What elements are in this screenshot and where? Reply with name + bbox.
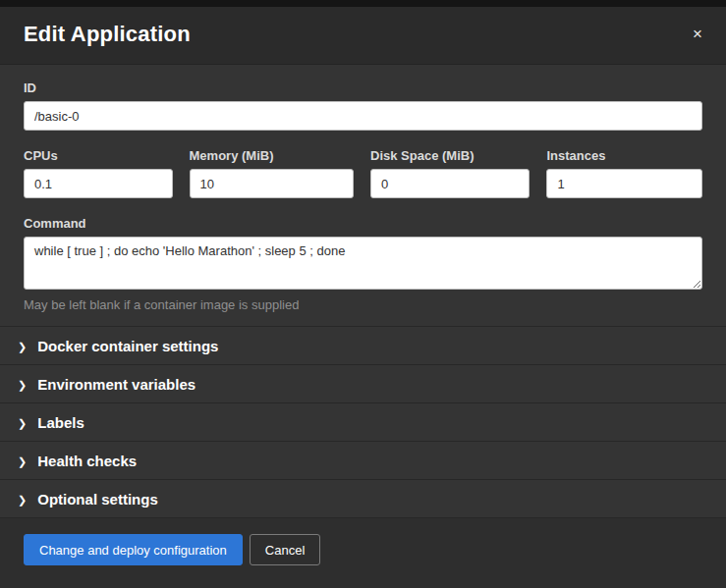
section-environment-variables[interactable]: ❯ Environment variables <box>0 365 726 403</box>
chevron-right-icon: ❯ <box>18 380 27 391</box>
command-field-label: Command <box>24 216 702 231</box>
instances-field-label: Instances <box>546 148 702 163</box>
disk-input[interactable] <box>370 169 530 198</box>
collapsible-sections: ❯ Docker container settings ❯ Environmen… <box>0 326 726 518</box>
chevron-right-icon: ❯ <box>18 342 27 352</box>
modal-title: Edit Application <box>24 22 191 47</box>
section-label: Health checks <box>37 453 137 469</box>
section-label: Docker container settings <box>37 338 218 354</box>
id-field-group: ID <box>24 80 702 131</box>
section-health-checks[interactable]: ❯ Health checks <box>0 442 726 480</box>
memory-field-group: Memory (MiB) <box>190 148 354 198</box>
cpus-field-group: CPUs <box>24 148 173 198</box>
command-field-group: Command while [ true ] ; do echo 'Hello … <box>24 216 702 312</box>
chevron-right-icon: ❯ <box>18 495 27 506</box>
section-label: Optional settings <box>37 491 158 508</box>
memory-field-label: Memory (MiB) <box>190 148 354 163</box>
cancel-button[interactable]: Cancel <box>250 534 320 565</box>
chevron-right-icon: ❯ <box>18 456 27 467</box>
modal-body: ID CPUs Memory (MiB) Disk Space (MiB) In… <box>0 65 726 326</box>
instances-field-group: Instances <box>546 148 702 198</box>
section-label: Environment variables <box>37 376 195 393</box>
section-label: Labels <box>37 414 84 431</box>
edit-application-modal: Edit Application × ID CPUs Memory (MiB) … <box>0 0 726 588</box>
command-textarea[interactable]: while [ true ] ; do echo 'Hello Marathon… <box>24 237 702 290</box>
section-docker-container-settings[interactable]: ❯ Docker container settings <box>0 327 726 365</box>
cpus-field-label: CPUs <box>24 148 173 163</box>
chevron-right-icon: ❯ <box>18 418 27 429</box>
close-icon[interactable]: × <box>691 22 704 46</box>
section-labels[interactable]: ❯ Labels <box>0 403 726 442</box>
resources-field-row: CPUs Memory (MiB) Disk Space (MiB) Insta… <box>24 148 702 198</box>
section-optional-settings[interactable]: ❯ Optional settings <box>0 480 726 518</box>
memory-input[interactable] <box>190 169 354 198</box>
id-input[interactable] <box>24 101 702 131</box>
change-and-deploy-button[interactable]: Change and deploy configuration <box>24 534 243 565</box>
instances-input[interactable] <box>546 169 702 198</box>
disk-field-group: Disk Space (MiB) <box>370 148 530 198</box>
id-field-label: ID <box>24 80 702 95</box>
cpus-input[interactable] <box>24 169 173 198</box>
command-help-text: May be left blank if a container image i… <box>24 297 702 312</box>
modal-header: Edit Application × <box>0 7 726 65</box>
disk-field-label: Disk Space (MiB) <box>370 148 530 163</box>
modal-footer: Change and deploy configuration Cancel <box>0 518 726 588</box>
modal-top-strip <box>0 0 726 7</box>
